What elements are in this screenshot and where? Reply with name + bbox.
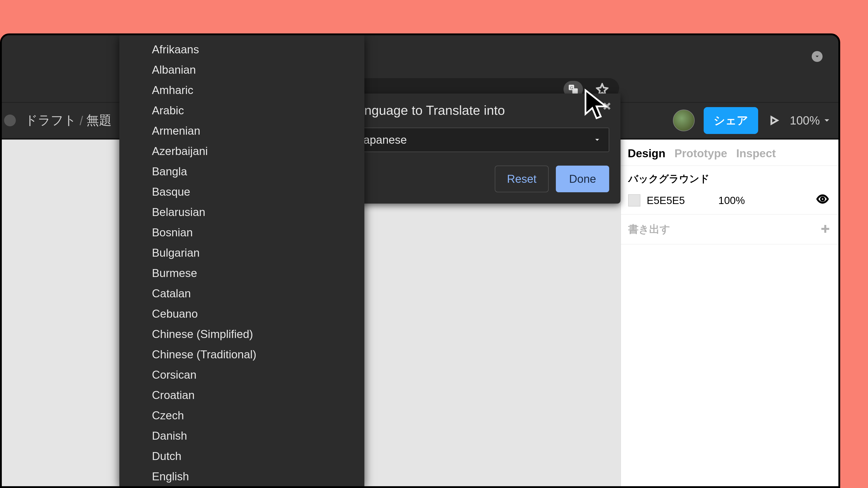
avatar[interactable] bbox=[673, 109, 694, 131]
background-hex[interactable]: E5E5E5 bbox=[647, 194, 685, 206]
language-option[interactable]: Bulgarian bbox=[119, 242, 364, 263]
toolbar-right-cluster: シェア 100% bbox=[673, 103, 831, 138]
app-window: G ドラフト / 無題 シェア 100% De bbox=[0, 33, 840, 488]
svg-text:G: G bbox=[570, 86, 573, 90]
language-option[interactable]: Bangla bbox=[119, 161, 364, 182]
language-option[interactable]: Albanian bbox=[119, 60, 364, 80]
background-label: バックグラウンド bbox=[628, 172, 710, 185]
language-option[interactable]: Catalan bbox=[119, 283, 364, 304]
plus-icon bbox=[819, 223, 831, 235]
profile-menu-button[interactable] bbox=[812, 51, 823, 62]
language-option[interactable]: Afrikaans bbox=[119, 39, 364, 60]
language-option[interactable]: Danish bbox=[119, 426, 364, 446]
add-export-button[interactable] bbox=[819, 223, 831, 236]
language-option[interactable]: Armenian bbox=[119, 121, 364, 141]
visibility-toggle[interactable] bbox=[816, 193, 829, 208]
language-option[interactable]: Basque bbox=[119, 182, 364, 202]
language-option[interactable]: Arabic bbox=[119, 100, 364, 121]
popover-actions: Reset Done bbox=[350, 166, 609, 192]
language-select[interactable]: Japanese bbox=[350, 128, 609, 152]
reset-button[interactable]: Reset bbox=[495, 166, 549, 192]
language-option[interactable]: Dutch bbox=[119, 446, 364, 466]
translate-icon: G bbox=[568, 84, 579, 95]
eye-icon bbox=[816, 193, 829, 205]
language-option[interactable]: Croatian bbox=[119, 385, 364, 405]
language-option[interactable]: Cebuano bbox=[119, 304, 364, 324]
play-icon bbox=[769, 115, 779, 126]
language-option[interactable]: Corsican bbox=[119, 365, 364, 385]
tab-prototype[interactable]: Prototype bbox=[675, 147, 735, 160]
language-option[interactable]: Burmese bbox=[119, 263, 364, 283]
design-panel: Design Prototype Inspect バックグラウンド E5E5E5… bbox=[620, 140, 838, 486]
figma-logo-icon[interactable] bbox=[4, 115, 16, 126]
present-button[interactable] bbox=[767, 113, 781, 127]
translate-popover: Language to Translate into Japanese Rese… bbox=[338, 94, 620, 203]
breadcrumb-file[interactable]: 無題 bbox=[86, 112, 112, 129]
zoom-value: 100% bbox=[790, 113, 820, 127]
language-option[interactable]: English bbox=[119, 466, 364, 486]
tab-design[interactable]: Design bbox=[628, 147, 673, 160]
export-label: 書き出す bbox=[628, 222, 670, 236]
panel-tabs: Design Prototype Inspect bbox=[621, 140, 838, 166]
color-swatch[interactable] bbox=[628, 194, 640, 206]
svg-point-3 bbox=[821, 197, 824, 201]
popover-title: Language to Translate into bbox=[350, 103, 609, 118]
close-button[interactable] bbox=[601, 100, 613, 112]
language-option[interactable]: Chinese (Traditional) bbox=[119, 344, 364, 365]
language-option[interactable]: Belarusian bbox=[119, 202, 364, 222]
language-option[interactable]: Bosnian bbox=[119, 222, 364, 242]
caret-down-icon bbox=[814, 53, 820, 60]
zoom-dropdown[interactable]: 100% bbox=[790, 113, 831, 127]
done-button[interactable]: Done bbox=[556, 166, 609, 192]
caret-down-icon bbox=[593, 136, 601, 144]
selected-language: Japanese bbox=[358, 133, 407, 147]
breadcrumb: ドラフト / 無題 bbox=[25, 112, 112, 129]
language-dropdown-list[interactable]: AfrikaansAlbanianAmharicArabicArmenianAz… bbox=[119, 35, 364, 486]
background-fill-row: E5E5E5 100% bbox=[628, 193, 831, 208]
breadcrumb-separator: / bbox=[80, 113, 83, 128]
language-option[interactable]: Azerbaijani bbox=[119, 141, 364, 161]
background-opacity[interactable]: 100% bbox=[718, 194, 745, 206]
export-section: 書き出す bbox=[621, 215, 838, 245]
language-option[interactable]: Amharic bbox=[119, 80, 364, 100]
chevron-down-icon bbox=[823, 117, 831, 124]
share-button[interactable]: シェア bbox=[704, 107, 758, 134]
breadcrumb-drafts[interactable]: ドラフト bbox=[25, 112, 76, 129]
background-section: バックグラウンド E5E5E5 100% bbox=[621, 166, 838, 215]
tab-inspect[interactable]: Inspect bbox=[736, 147, 783, 160]
language-option[interactable]: Czech bbox=[119, 405, 364, 426]
close-icon bbox=[602, 101, 612, 111]
language-option[interactable]: Chinese (Simplified) bbox=[119, 324, 364, 344]
